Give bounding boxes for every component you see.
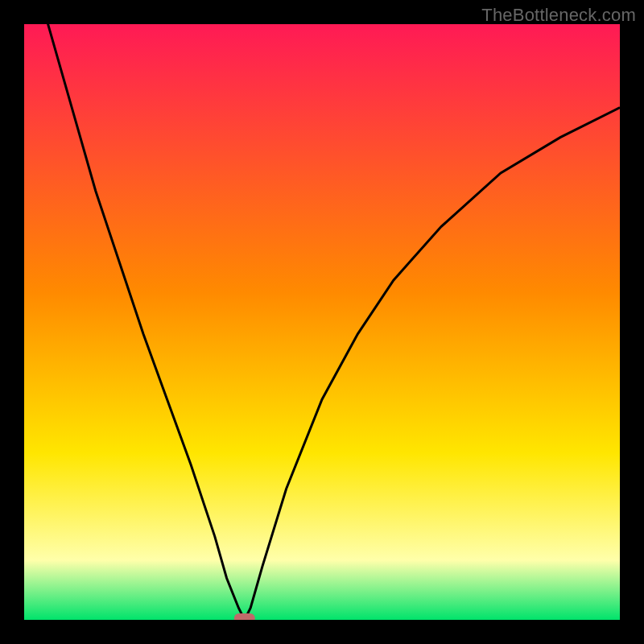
plot-area (24, 24, 620, 620)
watermark-text: TheBottleneck.com (481, 5, 636, 26)
bottleneck-chart: TheBottleneck.com (0, 0, 644, 644)
chart-svg (24, 24, 620, 620)
minimum-marker (234, 613, 255, 620)
gradient-background (24, 24, 620, 620)
